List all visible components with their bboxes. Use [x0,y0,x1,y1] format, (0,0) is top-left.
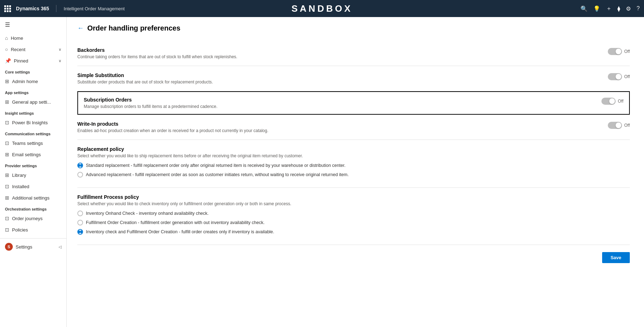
apps-icon[interactable] [4,5,11,12]
write-in-toggle-label: Off [624,123,630,128]
sidebar-item-home-label: Home [11,36,23,41]
fulfillment-inventory-check-label: Inventory Onhand Check - inventory onhan… [86,211,209,216]
search-icon[interactable]: 🔍 [580,5,588,12]
replacement-option-standard[interactable]: Standard replacement - fulfill replaceme… [77,163,630,168]
section-app-settings: App settings [0,87,66,96]
page-header: ← Order handling preferences [77,24,630,32]
page-title: Order handling preferences [87,24,180,32]
recent-icon: ○ [5,47,8,52]
hamburger-menu[interactable]: ☰ [0,17,66,32]
add-icon[interactable]: ＋ [606,5,612,12]
installed-icon: ⊡ [5,184,9,189]
subscription-switch[interactable] [601,98,616,105]
fulfillment-creation-label: Fulfillment Order Creation - fulfillment… [86,220,265,225]
setting-backorders-toggle[interactable]: Off [608,48,630,55]
sidebar-item-recent[interactable]: ○ Recent ∨ [0,44,66,55]
replacement-option-advanced[interactable]: Advanced replacement - fulfill replaceme… [77,172,630,178]
sidebar-item-pinned-label: Pinned [14,58,28,64]
sidebar-item-general-app[interactable]: ⊞ General app setti... [0,96,66,108]
brand-name[interactable]: Dynamics 365 [16,6,49,11]
setting-subscription-desc: Manage subscription orders to fulfill it… [84,104,594,109]
write-in-switch[interactable] [608,122,622,129]
back-button[interactable]: ← [77,24,84,32]
sandbox-label: SANDBOX [291,3,352,14]
subscription-knob [609,98,615,104]
sidebar-order-journeys-label: Order journeys [12,216,43,221]
section-communication-settings: Communication settings [0,128,66,137]
pinned-icon: 📌 [5,58,11,64]
replacement-radio-standard[interactable] [77,163,83,168]
substitution-knob [616,74,621,80]
backorders-switch[interactable] [608,48,622,55]
fulfillment-option-order-creation[interactable]: Fulfillment Order Creation - fulfillment… [77,220,630,225]
section-core-settings: Core settings [0,66,66,76]
setting-substitution-info: Simple Substitution Substitute order pro… [77,72,601,85]
policies-icon: ⊡ [5,227,9,233]
setting-backorders: Backorders Continue taking orders for it… [77,41,630,66]
fulfillment-option-inventory-check[interactable]: Inventory Onhand Check - inventory onhan… [77,211,630,216]
sidebar-power-bi-label: Power Bi Insights [12,120,48,125]
topbar: Dynamics 365 Intelligent Order Managemen… [0,0,644,17]
sidebar-item-additional[interactable]: ⊞ Additional settings [0,192,66,203]
setting-backorders-info: Backorders Continue taking orders for it… [77,47,601,59]
sidebar-item-teams[interactable]: ⊡ Teams settings [0,137,66,149]
sidebar-item-power-bi[interactable]: ⊡ Power Bi Insights [0,117,66,128]
power-bi-icon: ⊡ [5,120,9,125]
sidebar-teams-label: Teams settings [12,141,43,146]
setting-subscription-toggle[interactable]: Off [601,98,623,105]
substitution-switch[interactable] [608,73,622,80]
setting-subscription-orders: Subscription Orders Manage subscription … [77,91,630,115]
pinned-chevron-icon: ∨ [59,59,61,63]
setting-write-in-toggle[interactable]: Off [608,122,630,129]
setting-subscription-info: Subscription Orders Manage subscription … [84,97,594,109]
main-layout: ☰ ⌂ Home ○ Recent ∨ 📌 Pinned ∨ Core sett… [0,17,644,327]
filter-icon[interactable]: ⧫ [617,5,620,12]
sidebar-library-label: Library [12,173,26,178]
backorders-knob [616,49,621,54]
save-button[interactable]: Save [602,252,630,263]
subscription-toggle-label: Off [618,99,623,104]
sidebar-email-label: Email settings [12,152,41,157]
sidebar-item-order-journeys[interactable]: ⊡ Order journeys [0,213,66,224]
recent-chevron-icon: ∨ [59,47,61,52]
setting-write-in: Write-In products Enables ad-hoc product… [77,115,630,140]
replacement-radio-advanced[interactable] [77,172,83,178]
setting-substitution-title: Simple Substitution [77,72,601,78]
setting-write-in-desc: Enables ad-hoc product creation when an … [77,128,601,133]
sidebar-item-email[interactable]: ⊞ Email settings [0,149,66,160]
sidebar-item-policies[interactable]: ⊡ Policies [0,224,66,235]
settings-chevron-icon: ◁ [59,245,61,249]
general-app-icon: ⊞ [5,99,9,105]
sidebar-item-pinned[interactable]: 📌 Pinned ∨ [0,55,66,66]
sidebar-item-admin-home[interactable]: ⊞ Admin home [0,76,66,87]
app-name: Intelligent Order Management [64,6,125,11]
sidebar-general-app-label: General app setti... [12,99,51,105]
sidebar-item-library[interactable]: ⊞ Library [0,169,66,181]
setting-backorders-title: Backorders [77,47,601,53]
settings-icon[interactable]: ⚙ [626,5,631,12]
sidebar-item-installed[interactable]: ⊡ Installed [0,181,66,192]
sidebar-installed-label: Installed [12,184,29,189]
replacement-standard-label: Standard replacement - fulfill replaceme… [86,163,346,168]
sidebar-item-home[interactable]: ⌂ Home [0,32,66,44]
sidebar-bottom: S Settings ◁ [0,238,66,254]
fulfillment-radio-inventory[interactable] [77,211,83,216]
setting-subscription-inner: Subscription Orders Manage subscription … [84,97,623,109]
order-journeys-icon: ⊡ [5,216,9,221]
home-icon: ⌂ [5,35,8,41]
setting-substitution-toggle[interactable]: Off [608,73,630,80]
help-icon[interactable]: ? [637,5,640,12]
fulfillment-radio-both[interactable] [77,229,83,235]
sidebar: ☰ ⌂ Home ○ Recent ∨ 📌 Pinned ∨ Core sett… [0,17,67,327]
fulfillment-both-label: Inventory check and Fulfillment Order Cr… [86,229,274,234]
topbar-actions: 🔍 💡 ＋ ⧫ ⚙ ? [580,5,640,12]
fulfillment-option-both[interactable]: Inventory check and Fulfillment Order Cr… [77,229,630,235]
replacement-policy-desc: Select whether you would like to ship re… [77,153,630,158]
topbar-divider [56,5,56,12]
fulfillment-radio-creation[interactable] [77,220,83,225]
sidebar-bottom-settings[interactable]: S Settings ◁ [0,240,66,254]
lightbulb-icon[interactable]: 💡 [593,5,600,12]
setting-substitution-desc: Substitute order products that are out o… [77,80,601,85]
setting-simple-substitution: Simple Substitution Substitute order pro… [77,66,630,91]
library-icon: ⊞ [5,172,9,178]
